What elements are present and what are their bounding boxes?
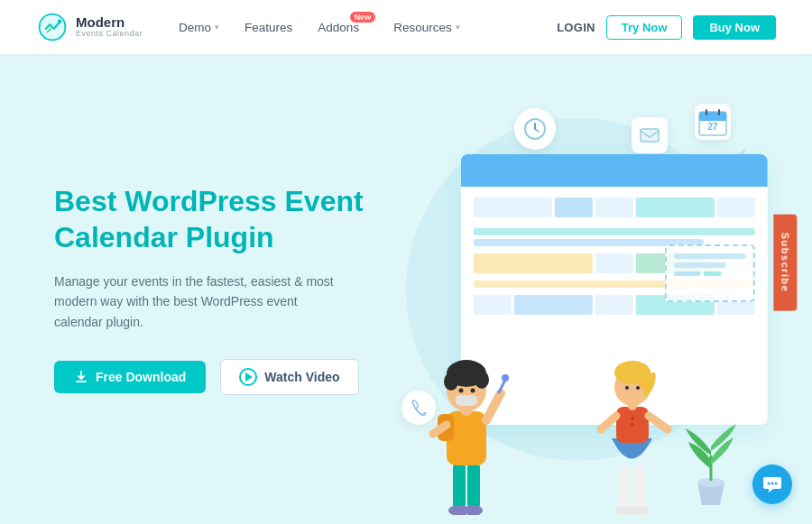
brand-subtitle: Events Calendar <box>76 30 143 39</box>
nav-features[interactable]: Features <box>245 21 292 34</box>
buy-now-button[interactable]: Buy Now <box>693 15 776 40</box>
person2-svg <box>577 326 686 515</box>
watch-video-button[interactable]: Watch Video <box>220 359 358 395</box>
svg-line-35 <box>649 416 668 429</box>
svg-point-49 <box>771 483 774 485</box>
svg-point-0 <box>58 19 62 23</box>
nav-actions: LOGIN Try Now Buy Now <box>557 15 776 40</box>
svg-point-25 <box>459 389 464 393</box>
svg-rect-5 <box>641 129 659 142</box>
chevron-down-icon: ▾ <box>215 23 219 32</box>
chat-icon <box>762 474 782 494</box>
try-now-button[interactable]: Try Now <box>606 15 683 40</box>
plant-svg <box>675 419 747 510</box>
svg-point-44 <box>631 417 634 420</box>
svg-point-24 <box>475 371 489 389</box>
plant-illustration <box>675 419 747 517</box>
nav-addons[interactable]: Addons New <box>318 21 359 34</box>
hero-description: Manage your events in the fastest, easie… <box>54 271 334 332</box>
svg-line-36 <box>601 416 616 429</box>
calendar-header <box>461 154 768 187</box>
svg-point-33 <box>630 506 650 515</box>
play-icon <box>239 368 257 386</box>
hero-title: Best WordPress Event Calendar Plugin <box>54 183 397 255</box>
download-icon <box>74 370 88 384</box>
svg-point-15 <box>465 505 483 515</box>
brand-name: Modern <box>76 15 143 31</box>
logo-icon <box>36 11 69 43</box>
chevron-down-icon-2: ▾ <box>456 23 460 32</box>
svg-point-28 <box>502 374 509 382</box>
svg-rect-8 <box>699 117 726 121</box>
svg-point-23 <box>444 372 458 391</box>
logo[interactable]: Modern Events Calendar <box>36 11 143 43</box>
svg-rect-1 <box>76 381 87 382</box>
event-preview-box <box>665 244 755 302</box>
clock-icon <box>523 117 547 141</box>
svg-point-43 <box>636 386 640 390</box>
addons-badge: New <box>350 12 376 23</box>
hero-illustration: 27 <box>397 54 758 524</box>
calendar-small-icon: 27 <box>697 106 728 137</box>
svg-point-50 <box>775 483 778 485</box>
svg-rect-29 <box>456 395 477 406</box>
svg-rect-12 <box>453 461 466 510</box>
svg-rect-31 <box>634 465 646 510</box>
hero-section: Best WordPress Event Calendar Plugin Man… <box>0 54 812 524</box>
chat-button[interactable] <box>752 464 792 504</box>
navbar: Modern Events Calendar Demo ▾ Features A… <box>0 0 812 54</box>
person1-svg <box>406 317 523 515</box>
person1-illustration <box>406 317 523 515</box>
svg-point-42 <box>625 386 629 390</box>
svg-rect-13 <box>467 461 480 510</box>
float-email-icon <box>632 117 668 153</box>
subscribe-tab[interactable]: Subscribe <box>774 214 798 310</box>
nav-resources[interactable]: Resources ▾ <box>393 21 460 34</box>
free-download-button[interactable]: Free Download <box>54 361 206 393</box>
hero-content: Best WordPress Event Calendar Plugin Man… <box>54 183 397 395</box>
svg-text:27: 27 <box>707 122 718 132</box>
svg-point-48 <box>768 483 770 485</box>
email-icon <box>640 128 660 142</box>
person2-illustration <box>577 326 686 515</box>
play-triangle <box>245 372 253 382</box>
nav-demo[interactable]: Demo ▾ <box>179 21 219 34</box>
svg-line-18 <box>486 393 501 420</box>
login-button[interactable]: LOGIN <box>557 21 595 34</box>
svg-point-26 <box>471 389 475 393</box>
nav-links: Demo ▾ Features Addons New Resources ▾ <box>179 21 557 34</box>
svg-rect-30 <box>619 465 631 510</box>
float-calendar-icon: 27 <box>695 104 731 140</box>
hero-buttons: Free Download Watch Video <box>54 359 397 395</box>
svg-point-45 <box>631 423 634 427</box>
float-clock-icon <box>514 108 556 150</box>
